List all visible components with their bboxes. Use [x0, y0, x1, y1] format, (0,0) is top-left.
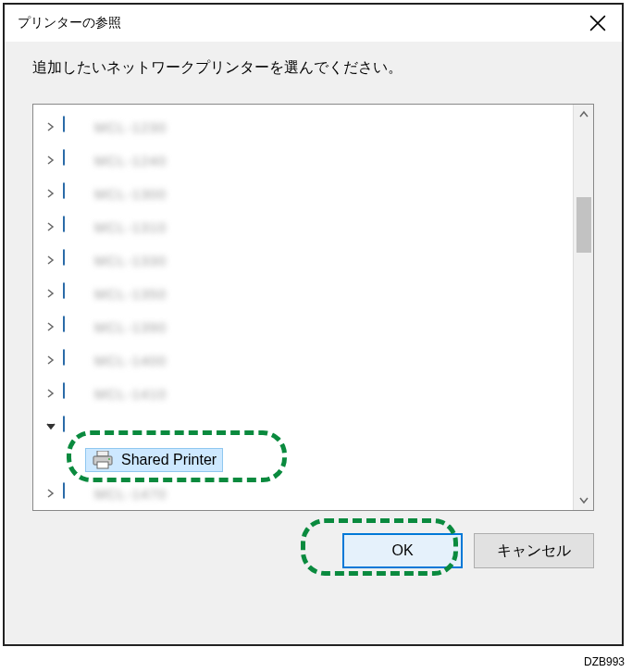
computer-icon	[63, 217, 87, 237]
dialog-content: 追加したいネットワークプリンターを選んでください。 MCL-1230 MCL-1…	[5, 42, 622, 644]
browse-printer-dialog: プリンターの参照 追加したいネットワークプリンターを選んでください。 MCL-1…	[3, 3, 624, 646]
tree-item[interactable]: MCL-1410	[33, 377, 573, 410]
selected-printer[interactable]: Shared Printer	[85, 448, 223, 472]
tree-item[interactable]: MCL-1470	[33, 477, 573, 510]
button-row: OK キャンセル	[32, 533, 594, 568]
svg-rect-0	[97, 451, 108, 456]
tree-item-label: MCL-1350	[94, 286, 167, 302]
dialog-title: プリンターの参照	[18, 15, 121, 31]
printer-tree: MCL-1230 MCL-1240 MCL-1300 MCL-1310	[32, 104, 594, 511]
tree-item-label: MCL-1230	[94, 119, 167, 135]
chevron-right-icon[interactable]	[44, 187, 57, 200]
tree-item[interactable]: MCL-1400	[33, 343, 573, 377]
tree-item[interactable]: MCL-1230	[33, 110, 573, 143]
close-icon	[589, 15, 606, 31]
tree-item-label: MCL-1410	[94, 386, 167, 402]
printer-icon	[92, 451, 114, 469]
computer-icon	[63, 283, 87, 304]
computer-icon	[63, 150, 87, 170]
svg-point-3	[108, 458, 110, 460]
chevron-right-icon[interactable]	[44, 287, 57, 300]
computer-icon	[63, 117, 87, 137]
tree-item[interactable]: MCL-1390	[33, 310, 573, 343]
chevron-right-icon[interactable]	[44, 320, 57, 333]
computer-icon	[63, 250, 87, 270]
computer-icon	[63, 483, 87, 504]
titlebar: プリンターの参照	[5, 5, 622, 42]
chevron-right-icon[interactable]	[44, 354, 57, 367]
chevron-right-icon[interactable]	[44, 387, 57, 400]
ok-button[interactable]: OK	[342, 533, 463, 568]
tree-item-label: MCL-1300	[94, 186, 167, 202]
tree-child-item[interactable]: Shared Printer	[33, 443, 573, 477]
tree-item-label: MCL-1240	[94, 153, 167, 168]
computer-icon	[63, 183, 87, 204]
chevron-right-icon[interactable]	[44, 154, 57, 167]
close-button[interactable]	[587, 12, 609, 34]
tree-item-label: MCL-1330	[94, 253, 167, 268]
tree-item-label: MCL-1400	[94, 353, 167, 368]
tree-item[interactable]: MCL-1330	[33, 243, 573, 277]
scroll-up-icon[interactable]	[574, 105, 594, 125]
tree-item-label: MCL-1470	[94, 486, 167, 502]
image-caption: DZB993	[584, 655, 625, 668]
chevron-right-icon[interactable]	[44, 254, 57, 267]
tree-item[interactable]: MCL-1240	[33, 143, 573, 177]
cancel-button[interactable]: キャンセル	[474, 533, 594, 568]
chevron-down-icon[interactable]	[44, 420, 57, 433]
tree-item-label: MCL-1310	[94, 219, 167, 235]
chevron-right-icon[interactable]	[44, 220, 57, 233]
tree-item[interactable]: MCL-1300	[33, 177, 573, 210]
chevron-right-icon[interactable]	[44, 120, 57, 133]
computer-icon	[63, 417, 87, 437]
computer-icon	[63, 317, 87, 337]
instruction-text: 追加したいネットワークプリンターを選んでください。	[32, 58, 594, 78]
computer-icon	[63, 350, 87, 370]
scrollbar[interactable]	[573, 105, 593, 510]
tree-item[interactable]: MCL-1310	[33, 210, 573, 243]
scroll-down-icon[interactable]	[574, 490, 594, 510]
scroll-thumb[interactable]	[576, 197, 591, 253]
selected-printer-label: Shared Printer	[121, 452, 217, 468]
chevron-right-icon[interactable]	[44, 487, 57, 500]
tree-list[interactable]: MCL-1230 MCL-1240 MCL-1300 MCL-1310	[33, 105, 573, 510]
svg-rect-2	[97, 462, 108, 468]
tree-item-label: MCL-1390	[94, 319, 167, 335]
tree-item[interactable]: MCL-1350	[33, 277, 573, 310]
computer-icon	[63, 383, 87, 404]
tree-item-expanded[interactable]	[33, 410, 573, 443]
